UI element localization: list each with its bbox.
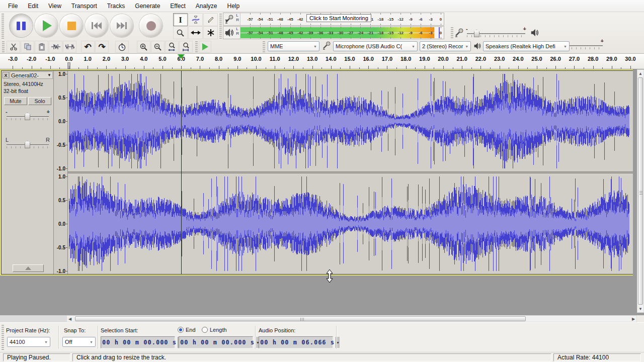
timer-button[interactable] [115, 41, 129, 53]
trim-audio-button[interactable] [49, 41, 62, 53]
meter-scale-label: -51 [267, 17, 273, 22]
draw-tool-button[interactable] [203, 13, 218, 26]
pause-button[interactable] [10, 14, 33, 37]
envelope-tool-button[interactable] [188, 13, 203, 26]
menu-view[interactable]: View [43, 1, 66, 11]
radio-off-icon[interactable] [202, 327, 208, 333]
zoom-out-button[interactable] [151, 41, 165, 53]
audio-position-field[interactable]: 00 h 00 m 06.066 s▼ [259, 336, 333, 348]
meter-dropdown-arrow-icon[interactable] [225, 33, 229, 36]
selection-end-field[interactable]: 00 h 00 m 00.000 s▼ [179, 336, 253, 348]
scale-value-label: -0.5 [57, 142, 65, 148]
menu-effect[interactable]: Effect [165, 1, 190, 11]
end-radio[interactable]: End [178, 327, 196, 333]
track-collapse-button[interactable] [13, 264, 44, 272]
zoom-tool-button[interactable] [173, 26, 188, 39]
meter-tick [331, 24, 331, 25]
waveform-channel-right[interactable] [68, 173, 634, 274]
selection-start-field[interactable]: 00 h 00 m 00.000 s▼ [101, 336, 175, 348]
redo-button[interactable]: ↷ [95, 41, 109, 53]
time-shift-tool-button[interactable] [188, 26, 203, 39]
menu-edit[interactable]: Edit [23, 1, 43, 11]
ruler-major-tick [200, 66, 200, 69]
menu-file[interactable]: File [3, 1, 23, 11]
scroll-down-icon[interactable]: ▼ [637, 305, 643, 312]
length-radio[interactable]: Length [202, 327, 227, 333]
playback-meter[interactable]: LR -57-54-51-48-45-42-39-36-33-30-27-24-… [223, 26, 444, 39]
track-pan-slider[interactable]: L R [6, 138, 50, 151]
track-title-menu[interactable]: General02- ▼ [10, 71, 53, 79]
audio-host-select[interactable]: MME▼ [268, 41, 319, 51]
meter-scale-label: -30 [338, 31, 344, 35]
menu-transport[interactable]: Transport [66, 1, 102, 11]
scale-value-label: 0.0 [58, 119, 65, 124]
selection-toolbar-grip[interactable] [2, 325, 4, 350]
scrollbar-corner [0, 315, 66, 322]
recording-channels-select[interactable]: 2 (Stereo) Recor▼ [420, 41, 471, 51]
menu-analyze[interactable]: Analyze [191, 1, 222, 11]
silence-audio-button[interactable] [63, 41, 76, 53]
meter-tick [411, 27, 411, 28]
multi-tool-button[interactable] [203, 26, 218, 39]
selection-tool-button[interactable]: I [173, 13, 188, 26]
scroll-up-icon[interactable]: ▲ [637, 70, 643, 77]
play-button[interactable] [35, 14, 58, 37]
playback-device-select[interactable]: Speakers (Realtek High Defi▼ [483, 41, 570, 51]
device-toolbar-grip[interactable] [263, 41, 265, 52]
track-gain-slider[interactable]: - + [6, 110, 50, 123]
audacity-window: FileEditViewTransportTracksGenerateEffec… [0, 0, 644, 362]
timeline-ruler[interactable]: -3.0-2.0-1.00.01.02.03.04.05.06.07.08.09… [0, 54, 644, 69]
meter-tick [270, 37, 271, 39]
waveform-display[interactable] [68, 71, 634, 274]
skip-to-start-button[interactable] [85, 14, 108, 37]
horizontal-scrollbar-thumb[interactable] [75, 316, 526, 321]
ruler-minor-tick [434, 67, 434, 69]
recording-device-select[interactable]: Microphone (USB Audio C(▼ [333, 41, 418, 51]
meter-scale-label: -48 [277, 31, 283, 35]
recording-volume-thumb[interactable] [474, 30, 479, 37]
vertical-scrollbar[interactable]: ▲ ▼ [637, 69, 644, 313]
edit-toolbar-grip[interactable] [2, 41, 5, 52]
meter-dropdown-arrow-icon[interactable] [225, 20, 229, 22]
track-gain-thumb[interactable] [25, 113, 30, 120]
scroll-left-icon[interactable]: ◀ [67, 316, 73, 322]
waveform-channel-left[interactable] [68, 71, 634, 171]
zoom-in-button[interactable] [137, 41, 150, 53]
meter-tick [390, 24, 391, 25]
fit-project-icon [182, 42, 190, 51]
vertical-scrollbar-thumb[interactable] [638, 77, 643, 305]
menu-help[interactable]: Help [222, 1, 245, 11]
track-close-button[interactable]: X [3, 72, 9, 78]
menu-tracks[interactable]: Tracks [102, 1, 130, 11]
mixer-toolbar-grip[interactable] [451, 27, 453, 38]
project-rate-select[interactable]: 44100▼ [7, 337, 50, 347]
stop-button[interactable] [60, 14, 83, 37]
record-button[interactable] [139, 14, 163, 37]
ruler-minor-tick [266, 67, 266, 69]
track-pan-thumb[interactable] [25, 141, 30, 148]
radio-on-icon[interactable] [178, 327, 184, 333]
recording-volume-slider[interactable]: - + [466, 27, 526, 39]
skip-to-end-button[interactable] [110, 14, 133, 37]
fit-selection-button[interactable] [165, 41, 179, 53]
undo-button[interactable]: ↶ [81, 41, 95, 53]
vertical-scale-ruler[interactable]: 1.00.50.0-0.5-1.01.00.50.0-0.5-1.0 [54, 71, 68, 274]
meter-toolbar-grip[interactable] [219, 14, 222, 40]
horizontal-scrollbar[interactable]: ◀ ▶ [66, 315, 637, 322]
transport-toolbar-grip[interactable] [2, 14, 4, 39]
fit-project-button[interactable] [179, 41, 193, 53]
solo-button[interactable]: Solo [28, 97, 51, 105]
scroll-right-icon[interactable]: ▶ [630, 316, 636, 322]
transcription-toolbar-grip[interactable] [195, 41, 198, 52]
cut-button[interactable] [7, 41, 20, 53]
meter-tick [370, 27, 371, 28]
snap-to-select[interactable]: Off▼ [62, 337, 96, 347]
meter-scale-label: -42 [297, 17, 303, 22]
menu-generate[interactable]: Generate [130, 1, 165, 11]
monitoring-tooltip[interactable]: Click to Start Monitoring [306, 14, 371, 22]
play-at-speed-button[interactable] [199, 41, 211, 53]
playback-meter-bar[interactable]: -57-54-51-48-45-42-39-36-33-30-27-24-21-… [240, 27, 444, 39]
paste-button[interactable] [35, 41, 48, 53]
mute-button[interactable]: Mute [4, 97, 27, 105]
copy-button[interactable] [21, 41, 34, 53]
